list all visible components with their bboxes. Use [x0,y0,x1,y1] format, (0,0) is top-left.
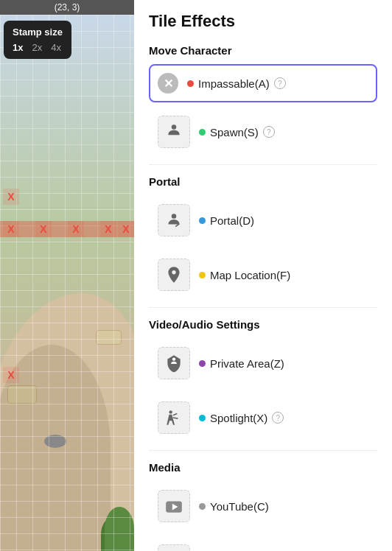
x-marker: X [3,221,19,237]
private-area-label: Private Area(Z) [199,357,284,370]
spawn-dot [199,129,206,136]
coordinates-bar: (23, 3) [0,0,134,15]
youtube-dot [199,503,206,510]
impassable-icon: ✕ [158,73,178,94]
portal-label: Portal(D) [199,214,254,227]
section-move-character: Move Character [149,44,377,57]
x-marker: X [3,189,19,205]
map-location-dot [199,272,206,278]
effect-item-spawn[interactable]: Spawn(S) ? [149,107,377,157]
svg-point-1 [172,214,177,219]
stamp-size-2x[interactable]: 2x [32,42,42,53]
map-location-icon [158,259,190,291]
section-portal: Portal [149,175,377,188]
divider-1 [149,164,377,165]
x-marker: X [68,221,84,237]
private-area-dot [199,360,206,367]
stamp-size-4x[interactable]: 4x [51,42,61,53]
spotlight-dot [199,415,206,421]
effect-item-web-links[interactable]: Web Links(V) [149,536,377,551]
coordinates-text: (23, 3) [55,2,80,13]
divider-2 [149,307,377,308]
youtube-icon [158,490,190,522]
x-marker: X [100,221,116,237]
divider-3 [149,450,377,451]
effect-item-spotlight[interactable]: Spotlight(X) ? [149,393,377,443]
section-video-audio: Video/Audio Settings [149,318,377,331]
portal-icon [158,204,190,236]
stamp-label: Stamp size [13,27,63,38]
svg-line-4 [173,414,177,415]
svg-point-0 [172,124,177,130]
x-marker: X [3,367,19,383]
private-area-icon [158,347,190,379]
impassable-help[interactable]: ? [274,77,286,89]
spotlight-icon [158,401,190,434]
portal-dot [199,217,206,224]
svg-line-5 [173,418,178,418]
x-marker: X [118,221,134,237]
spawn-icon [158,116,190,148]
impassable-dot [187,80,194,87]
effect-item-impassable[interactable]: ✕ Impassable(A) ? [149,64,377,102]
tile-effects-panel: Tile Effects Move Character ✕ Impassable… [134,0,392,551]
spotlight-label: Spotlight(X) ? [199,412,284,424]
youtube-label: YouTube(C) [199,500,269,513]
effect-item-private-area[interactable]: Private Area(Z) [149,338,377,388]
svg-point-2 [172,357,175,360]
map-panel[interactable]: (23, 3) Stamp size 1x 2x 4x X X X X X X … [0,0,134,551]
section-media: Media [149,461,377,474]
spawn-help[interactable]: ? [263,126,275,138]
web-links-icon [158,544,190,551]
map-location-label: Map Location(F) [199,269,290,281]
effect-item-portal[interactable]: Portal(D) [149,195,377,245]
effect-item-map-location[interactable]: Map Location(F) [149,250,377,300]
spawn-label: Spawn(S) ? [199,126,275,138]
grid-overlay [0,15,134,551]
impassable-label: Impassable(A) ? [187,77,286,90]
panel-title: Tile Effects [149,12,377,31]
x-marker: X [35,221,52,237]
effect-item-youtube[interactable]: YouTube(C) [149,481,377,531]
stamp-tooltip: Stamp size 1x 2x 4x [4,21,71,59]
svg-point-3 [169,410,172,413]
stamp-size-1x[interactable]: 1x [13,42,23,53]
spotlight-help[interactable]: ? [272,412,284,424]
